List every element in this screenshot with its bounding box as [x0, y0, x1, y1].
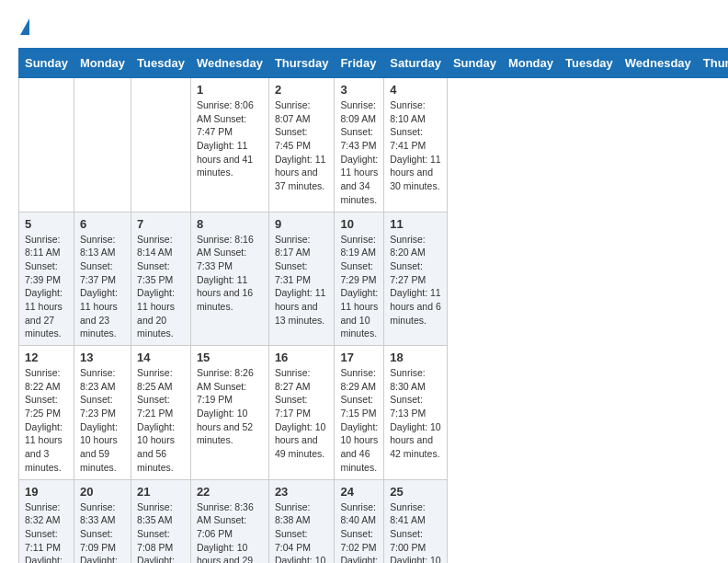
calendar-cell: 21Sunrise: 8:35 AM Sunset: 7:08 PM Dayli…	[131, 479, 191, 563]
day-info: Sunrise: 8:35 AM Sunset: 7:08 PM Dayligh…	[137, 500, 185, 564]
day-number: 4	[390, 83, 441, 97]
calendar-week-row: 1Sunrise: 8:06 AM Sunset: 7:47 PM Daylig…	[19, 78, 729, 213]
calendar-table: SundayMondayTuesdayWednesdayThursdayFrid…	[18, 48, 728, 563]
day-number: 17	[340, 350, 378, 364]
calendar-cell	[19, 78, 74, 213]
calendar-cell: 6Sunrise: 8:13 AM Sunset: 7:37 PM Daylig…	[74, 212, 131, 346]
day-header-thursday: Thursday	[697, 49, 728, 78]
day-number: 13	[80, 350, 125, 364]
day-info: Sunrise: 8:32 AM Sunset: 7:11 PM Dayligh…	[25, 500, 68, 564]
calendar-cell: 10Sunrise: 8:19 AM Sunset: 7:29 PM Dayli…	[335, 212, 384, 346]
day-info: Sunrise: 8:07 AM Sunset: 7:45 PM Dayligh…	[275, 98, 329, 193]
day-number: 19	[25, 485, 68, 499]
logo-triangle-icon	[20, 18, 29, 35]
calendar-cell	[131, 78, 191, 213]
day-info: Sunrise: 8:20 AM Sunset: 7:27 PM Dayligh…	[390, 233, 441, 327]
page-header	[18, 18, 710, 39]
day-header-thursday: Thursday	[268, 49, 335, 78]
calendar-cell: 22Sunrise: 8:36 AM Sunset: 7:06 PM Dayli…	[190, 479, 268, 563]
day-info: Sunrise: 8:29 AM Sunset: 7:15 PM Dayligh…	[340, 366, 378, 475]
day-number: 25	[390, 485, 441, 499]
day-info: Sunrise: 8:09 AM Sunset: 7:43 PM Dayligh…	[340, 98, 378, 207]
day-number: 12	[25, 350, 68, 364]
day-header-sunday: Sunday	[19, 49, 74, 78]
day-info: Sunrise: 8:40 AM Sunset: 7:02 PM Dayligh…	[340, 500, 378, 564]
calendar-cell: 25Sunrise: 8:41 AM Sunset: 7:00 PM Dayli…	[384, 479, 448, 563]
day-number: 5	[25, 217, 68, 231]
calendar-cell: 12Sunrise: 8:22 AM Sunset: 7:25 PM Dayli…	[19, 346, 74, 480]
day-number: 20	[80, 485, 125, 499]
calendar-cell: 3Sunrise: 8:09 AM Sunset: 7:43 PM Daylig…	[335, 78, 384, 213]
day-header-friday: Friday	[335, 49, 384, 78]
day-info: Sunrise: 8:26 AM Sunset: 7:19 PM Dayligh…	[197, 366, 263, 447]
day-number: 14	[137, 350, 185, 364]
day-number: 21	[137, 485, 185, 499]
day-number: 24	[340, 485, 378, 499]
day-number: 16	[275, 350, 329, 364]
day-number: 11	[390, 217, 441, 231]
day-number: 18	[390, 350, 441, 364]
day-header-tuesday: Tuesday	[560, 49, 620, 78]
day-info: Sunrise: 8:30 AM Sunset: 7:13 PM Dayligh…	[390, 366, 441, 461]
day-info: Sunrise: 8:22 AM Sunset: 7:25 PM Dayligh…	[25, 366, 68, 475]
day-number: 1	[197, 83, 263, 97]
day-number: 2	[275, 83, 329, 97]
day-number: 15	[197, 350, 263, 364]
day-info: Sunrise: 8:19 AM Sunset: 7:29 PM Dayligh…	[340, 233, 378, 341]
day-info: Sunrise: 8:41 AM Sunset: 7:00 PM Dayligh…	[390, 500, 441, 564]
calendar-cell: 7Sunrise: 8:14 AM Sunset: 7:35 PM Daylig…	[131, 212, 191, 346]
calendar-header-row: SundayMondayTuesdayWednesdayThursdayFrid…	[19, 49, 729, 78]
day-info: Sunrise: 8:10 AM Sunset: 7:41 PM Dayligh…	[390, 98, 441, 193]
day-info: Sunrise: 8:33 AM Sunset: 7:09 PM Dayligh…	[80, 500, 125, 564]
calendar-cell: 2Sunrise: 8:07 AM Sunset: 7:45 PM Daylig…	[268, 78, 335, 213]
calendar-cell	[74, 78, 131, 213]
day-info: Sunrise: 8:16 AM Sunset: 7:33 PM Dayligh…	[197, 233, 263, 314]
day-header-monday: Monday	[74, 49, 131, 78]
day-number: 3	[340, 83, 378, 97]
day-info: Sunrise: 8:11 AM Sunset: 7:39 PM Dayligh…	[25, 233, 68, 341]
calendar-cell: 20Sunrise: 8:33 AM Sunset: 7:09 PM Dayli…	[74, 479, 131, 563]
logo	[18, 18, 29, 39]
day-header-sunday: Sunday	[447, 49, 502, 78]
day-header-monday: Monday	[502, 49, 559, 78]
calendar-cell: 11Sunrise: 8:20 AM Sunset: 7:27 PM Dayli…	[384, 212, 448, 346]
calendar-cell: 4Sunrise: 8:10 AM Sunset: 7:41 PM Daylig…	[384, 78, 448, 213]
calendar-cell: 23Sunrise: 8:38 AM Sunset: 7:04 PM Dayli…	[268, 479, 335, 563]
day-info: Sunrise: 8:36 AM Sunset: 7:06 PM Dayligh…	[197, 500, 263, 564]
calendar-cell: 5Sunrise: 8:11 AM Sunset: 7:39 PM Daylig…	[19, 212, 74, 346]
day-header-saturday: Saturday	[384, 49, 448, 78]
day-info: Sunrise: 8:06 AM Sunset: 7:47 PM Dayligh…	[197, 98, 263, 179]
day-number: 7	[137, 217, 185, 231]
day-number: 23	[275, 485, 329, 499]
day-info: Sunrise: 8:14 AM Sunset: 7:35 PM Dayligh…	[137, 233, 185, 341]
day-info: Sunrise: 8:13 AM Sunset: 7:37 PM Dayligh…	[80, 233, 125, 341]
calendar-cell: 16Sunrise: 8:27 AM Sunset: 7:17 PM Dayli…	[268, 346, 335, 480]
calendar-cell: 13Sunrise: 8:23 AM Sunset: 7:23 PM Dayli…	[74, 346, 131, 480]
calendar-cell: 17Sunrise: 8:29 AM Sunset: 7:15 PM Dayli…	[335, 346, 384, 480]
day-number: 6	[80, 217, 125, 231]
day-info: Sunrise: 8:27 AM Sunset: 7:17 PM Dayligh…	[275, 366, 329, 461]
day-header-wednesday: Wednesday	[619, 49, 697, 78]
calendar-cell: 19Sunrise: 8:32 AM Sunset: 7:11 PM Dayli…	[19, 479, 74, 563]
calendar-cell: 18Sunrise: 8:30 AM Sunset: 7:13 PM Dayli…	[384, 346, 448, 480]
day-info: Sunrise: 8:17 AM Sunset: 7:31 PM Dayligh…	[275, 233, 329, 327]
day-number: 9	[275, 217, 329, 231]
calendar-cell: 9Sunrise: 8:17 AM Sunset: 7:31 PM Daylig…	[268, 212, 335, 346]
day-header-wednesday: Wednesday	[190, 49, 268, 78]
calendar-week-row: 5Sunrise: 8:11 AM Sunset: 7:39 PM Daylig…	[19, 212, 729, 346]
day-number: 8	[197, 217, 263, 231]
calendar-cell: 14Sunrise: 8:25 AM Sunset: 7:21 PM Dayli…	[131, 346, 191, 480]
calendar-cell: 24Sunrise: 8:40 AM Sunset: 7:02 PM Dayli…	[335, 479, 384, 563]
day-header-tuesday: Tuesday	[131, 49, 191, 78]
calendar-week-row: 12Sunrise: 8:22 AM Sunset: 7:25 PM Dayli…	[19, 346, 729, 480]
day-info: Sunrise: 8:23 AM Sunset: 7:23 PM Dayligh…	[80, 366, 125, 475]
calendar-cell: 8Sunrise: 8:16 AM Sunset: 7:33 PM Daylig…	[190, 212, 268, 346]
calendar-cell: 1Sunrise: 8:06 AM Sunset: 7:47 PM Daylig…	[190, 78, 268, 213]
calendar-week-row: 19Sunrise: 8:32 AM Sunset: 7:11 PM Dayli…	[19, 479, 729, 563]
calendar-cell: 15Sunrise: 8:26 AM Sunset: 7:19 PM Dayli…	[190, 346, 268, 480]
day-info: Sunrise: 8:25 AM Sunset: 7:21 PM Dayligh…	[137, 366, 185, 475]
day-number: 10	[340, 217, 378, 231]
day-info: Sunrise: 8:38 AM Sunset: 7:04 PM Dayligh…	[275, 500, 329, 564]
day-number: 22	[197, 485, 263, 499]
